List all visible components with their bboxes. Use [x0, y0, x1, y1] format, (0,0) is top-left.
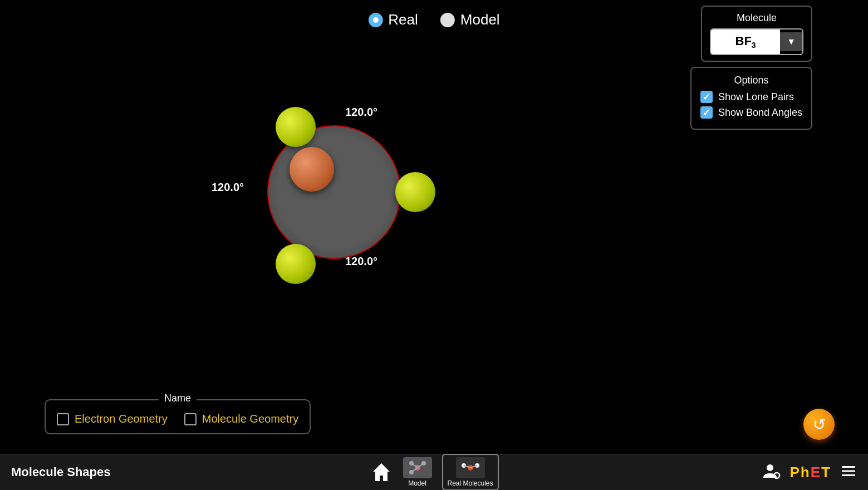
svg-marker-3	[372, 463, 389, 481]
electron-geometry-label: Electron Geometry	[75, 413, 168, 425]
molecule-selector: BF3 ▼	[710, 28, 803, 55]
real-molecules-thumbnail	[455, 457, 484, 478]
options-panel-title: Options	[700, 75, 802, 86]
model-tab[interactable]: Model	[398, 455, 436, 489]
molecule-panel-title: Molecule	[710, 12, 803, 24]
angle-label-bottom: 120.0°	[345, 255, 377, 268]
show-lone-pairs-option[interactable]: Show Lone Pairs	[700, 91, 802, 103]
model-tab-thumbnail	[403, 457, 431, 478]
bottom-nav-bar: Molecule Shapes Model	[0, 454, 868, 490]
electron-geometry-checkbox[interactable]	[57, 413, 69, 425]
svg-rect-22	[842, 466, 855, 468]
home-button[interactable]	[369, 460, 393, 484]
name-panel-title: Name	[159, 393, 197, 404]
name-panel: Name Electron Geometry Molecule Geometry	[45, 399, 311, 434]
reset-icon: ↺	[813, 415, 826, 434]
view-mode-selector: Real Model	[368, 11, 499, 28]
molecule-panel: Molecule BF3 ▼	[701, 6, 812, 62]
svg-rect-24	[842, 474, 855, 476]
options-panel: Options Show Lone Pairs Show Bond Angles	[690, 67, 812, 130]
real-label: Real	[388, 11, 418, 28]
real-radio-option[interactable]: Real	[368, 11, 418, 28]
model-label: Model	[460, 11, 500, 28]
svg-rect-23	[842, 471, 855, 472]
show-bond-angles-checkbox[interactable]	[700, 106, 713, 119]
molecule-formula: BF3	[711, 30, 780, 54]
show-lone-pairs-label: Show Lone Pairs	[718, 91, 794, 103]
name-options: Electron Geometry Molecule Geometry	[57, 413, 298, 425]
user-settings-icon	[761, 461, 781, 481]
show-bond-angles-option[interactable]: Show Bond Angles	[700, 106, 802, 119]
right-nav-icons: PhET	[761, 461, 857, 483]
menu-icon	[840, 463, 857, 479]
molecule-geometry-checkbox[interactable]	[184, 413, 197, 425]
nav-tabs: Model Real Molecules	[369, 454, 498, 490]
phet-logo: PhET	[790, 464, 831, 481]
real-radio-button[interactable]	[368, 13, 382, 27]
molecule-view[interactable]: 120.0° 120.0° 120.0°	[195, 72, 473, 312]
real-molecules-tab-label: Real Molecules	[447, 479, 493, 487]
molecule-dropdown-button[interactable]: ▼	[780, 32, 802, 51]
electron-geometry-option[interactable]: Electron Geometry	[57, 413, 168, 425]
reset-button[interactable]: ↺	[803, 409, 835, 440]
model-tab-svg	[403, 458, 431, 478]
fluorine-atom-bottom	[276, 244, 316, 284]
angle-label-left: 120.0°	[212, 181, 244, 194]
real-molecules-tab[interactable]: Real Molecules	[442, 454, 498, 490]
show-bond-angles-label: Show Bond Angles	[718, 107, 802, 119]
app-title: Molecule Shapes	[11, 465, 111, 479]
home-icon	[369, 460, 393, 484]
svg-point-16	[767, 464, 773, 471]
model-radio-option[interactable]: Model	[440, 11, 500, 28]
molecule-geometry-option[interactable]: Molecule Geometry	[184, 413, 298, 425]
molecule-geometry-label: Molecule Geometry	[202, 413, 298, 425]
boron-center-atom	[290, 147, 334, 192]
fluorine-atom-right	[395, 172, 435, 212]
model-radio-button[interactable]	[440, 13, 455, 27]
user-settings-button[interactable]	[761, 461, 781, 483]
real-molecules-svg	[456, 458, 484, 478]
show-lone-pairs-checkbox[interactable]	[700, 91, 713, 103]
model-tab-label: Model	[408, 479, 426, 487]
angle-label-top: 120.0°	[345, 106, 377, 119]
menu-button[interactable]	[840, 463, 857, 482]
fluorine-atom-top	[276, 107, 316, 147]
